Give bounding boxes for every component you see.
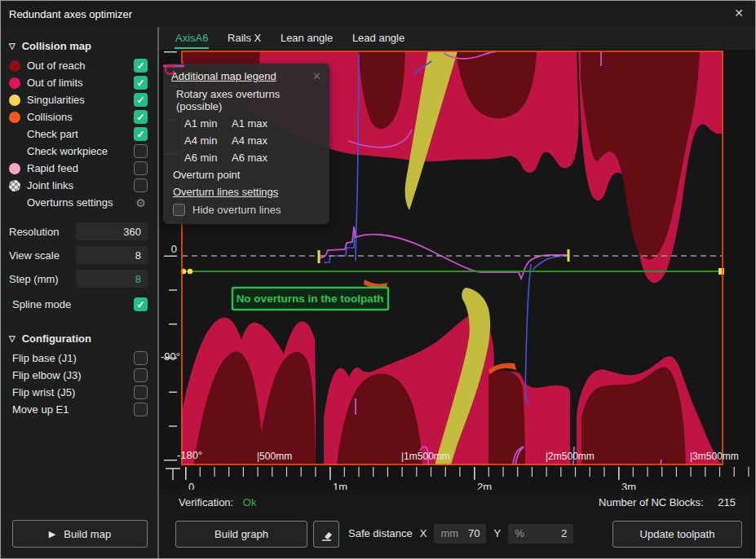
safe-distance-y-input[interactable]: % 2 xyxy=(508,524,573,544)
update-toolpath-button[interactable]: Update toolpath xyxy=(612,521,742,548)
svg-text:-90°: -90° xyxy=(161,350,180,363)
verification-status: Ok xyxy=(243,496,257,508)
svg-text:0: 0 xyxy=(188,481,194,490)
sidebar: ▽ Collision map Out of reach Out of limi… xyxy=(1,27,157,558)
safe-distance-y-label: Y xyxy=(493,527,501,539)
tab-axis-a6[interactable]: AxisA6 xyxy=(175,27,209,49)
joint-links-checker-dot xyxy=(9,180,27,191)
legend-item-check-workpiece: Check workpiece xyxy=(9,143,148,160)
legend-close-icon[interactable]: ✕ xyxy=(312,70,321,82)
no-overturns-badge: No overturns in the toolpath xyxy=(232,288,388,310)
overturn-point-row: Overturn point xyxy=(173,169,321,181)
step-input[interactable] xyxy=(76,270,148,288)
build-map-button[interactable]: ▶ Build map xyxy=(12,520,148,548)
view-scale-row: View scale xyxy=(9,246,148,264)
tab-lean-angle[interactable]: Lean angle xyxy=(280,27,334,47)
additional-map-legend-panel[interactable]: Additional map legend ✕ Rotary axes over… xyxy=(163,64,329,224)
legend-row-a1: A1 min A1 max xyxy=(184,117,321,130)
spline-mode-checkbox[interactable] xyxy=(134,297,148,311)
svg-text:2m: 2m xyxy=(477,481,492,490)
config-item-move-up-e1: Move up E1 xyxy=(9,401,148,418)
safe-distance-x-label: X xyxy=(420,527,427,539)
legend-item-out-of-limits: Out of limits xyxy=(9,74,148,91)
eraser-icon xyxy=(318,526,334,543)
out-of-reach-checkbox[interactable] xyxy=(134,59,148,73)
overturn-point-icon xyxy=(163,64,176,77)
app-window: Redundant axes optimizer ✕ ▽ Collision m… xyxy=(0,0,756,559)
legend-subtitle: Rotary axes overturns (possible) xyxy=(176,88,321,112)
legend-row-a6: A6 min A6 max xyxy=(184,152,321,164)
step-row: Step (mm) xyxy=(9,270,148,288)
svg-text:3m: 3m xyxy=(621,481,636,490)
build-graph-button[interactable]: Build graph xyxy=(175,521,307,548)
check-part-checkbox[interactable] xyxy=(134,127,148,141)
main-area: AxisA6 Rails X Lean angle Lead angle xyxy=(159,27,755,558)
spline-mode-row: Spline mode xyxy=(12,297,148,311)
overturn-lines-settings-link[interactable]: Overturn lines settings xyxy=(173,186,321,198)
rapid-feed-checkbox[interactable] xyxy=(134,161,148,175)
legend-item-check-part: Check part xyxy=(9,125,148,143)
nc-blocks-value: 215 xyxy=(718,496,736,508)
out-of-reach-dot xyxy=(9,60,27,72)
flip-elbow-checkbox[interactable] xyxy=(134,368,148,382)
joint-links-checkbox[interactable] xyxy=(134,178,148,192)
out-of-limits-dot xyxy=(9,77,27,89)
eraser-button[interactable] xyxy=(313,521,339,548)
collapse-triangle-icon: ▽ xyxy=(9,42,15,51)
tab-bar: AxisA6 Rails X Lean angle Lead angle xyxy=(159,27,755,50)
safe-distance-label: Safe distance xyxy=(348,527,413,539)
legend-row-a4: A4 min A4 max xyxy=(184,134,321,147)
close-icon[interactable]: ✕ xyxy=(734,7,744,20)
hide-overturn-lines-row: Hide overturn lines xyxy=(173,204,321,216)
config-item-flip-base: Flip base (J1) xyxy=(9,350,148,367)
svg-text:-180°: -180° xyxy=(177,449,202,461)
svg-text:1m: 1m xyxy=(333,481,347,490)
move-up-e1-checkbox[interactable] xyxy=(134,403,148,416)
verification-label: Verification: xyxy=(179,496,233,508)
legend-item-overturns-settings: Overturns settings ⚙ xyxy=(9,194,148,211)
collapse-triangle-icon: ▽ xyxy=(9,334,15,343)
flip-wrist-checkbox[interactable] xyxy=(134,385,148,399)
flip-base-checkbox[interactable] xyxy=(134,351,148,365)
legend-item-singularities: Singularities xyxy=(9,91,148,108)
resolution-input[interactable] xyxy=(76,222,148,240)
legend-item-joint-links: Joint links xyxy=(9,177,148,194)
config-item-flip-elbow: Flip elbow (J3) xyxy=(9,367,148,384)
legend-item-rapid-feed: Rapid feed xyxy=(9,160,148,177)
gear-icon[interactable]: ⚙ xyxy=(134,196,148,209)
collisions-dot xyxy=(9,112,27,123)
configuration-header[interactable]: ▽ Configuration xyxy=(9,332,148,345)
resolution-row: Resolution xyxy=(9,222,148,240)
window-title: Redundant axes optimizer xyxy=(9,8,132,20)
svg-text:|3m500mm: |3m500mm xyxy=(690,451,739,462)
collision-map-chart[interactable]: No overturns in the toolpath 90° 0 -90° … xyxy=(159,50,755,490)
svg-text:|1m500mm: |1m500mm xyxy=(401,451,450,462)
svg-text:|2m500mm: |2m500mm xyxy=(546,451,595,462)
legend-panel-title: Additional map legend xyxy=(171,70,276,82)
controls-bar: Build graph Safe distance X mm 70 Y % 2 xyxy=(159,521,755,548)
tab-lead-angle[interactable]: Lead angle xyxy=(351,27,405,47)
svg-text:0: 0 xyxy=(171,243,177,255)
check-workpiece-checkbox[interactable] xyxy=(134,144,148,158)
collision-map-header[interactable]: ▽ Collision map xyxy=(9,40,148,52)
legend-item-out-of-reach: Out of reach xyxy=(9,57,148,74)
legend-item-collisions: Collisions xyxy=(9,108,148,125)
collisions-checkbox[interactable] xyxy=(134,110,148,124)
status-bar: Verification: Ok Number of NC Blocks: 21… xyxy=(159,491,755,514)
nc-blocks-label: Number of NC Blocks: xyxy=(599,496,704,508)
svg-text:|500mm: |500mm xyxy=(257,451,292,462)
hide-overturn-lines-checkbox[interactable] xyxy=(173,204,185,216)
singularities-checkbox[interactable] xyxy=(134,93,148,107)
view-scale-input[interactable] xyxy=(76,246,148,264)
title-bar: Redundant axes optimizer ✕ xyxy=(1,1,755,27)
tab-rails-x[interactable]: Rails X xyxy=(227,27,262,47)
play-icon: ▶ xyxy=(49,529,55,539)
config-item-flip-wrist: Flip wrist (J5) xyxy=(9,384,148,401)
svg-text:No overturns in the toolpath: No overturns in the toolpath xyxy=(237,293,384,305)
out-of-limits-checkbox[interactable] xyxy=(134,76,148,90)
rapid-feed-dot xyxy=(9,163,27,174)
singularities-dot xyxy=(9,95,27,106)
safe-distance-x-input[interactable]: mm 70 xyxy=(434,524,486,544)
